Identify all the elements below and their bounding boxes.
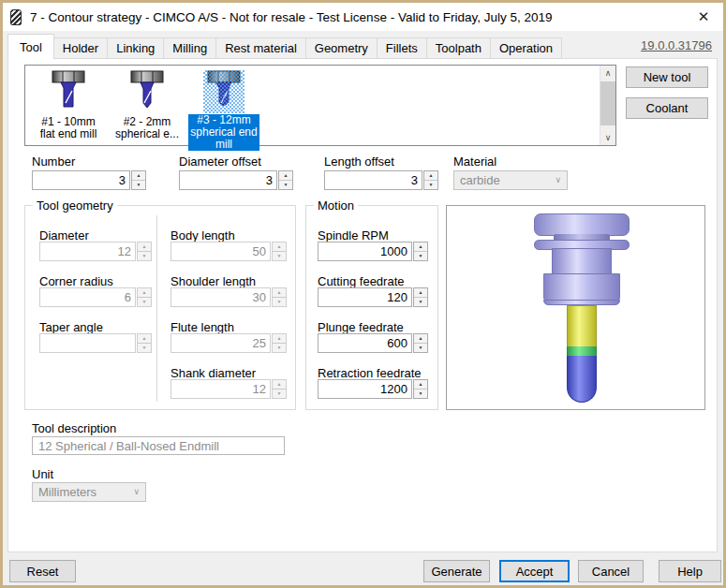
tool-list-items: #1 - 10mm flat end mill (25, 66, 600, 145)
spinner-up-icon: ▲ (273, 243, 286, 252)
spinner-down-icon: ▼ (138, 298, 151, 306)
scroll-down-icon[interactable]: ∨ (600, 130, 615, 145)
retraction-feedrate-field[interactable]: 1200 ▲▼ (318, 379, 428, 399)
diameter-offset-label: Diameter offset (179, 154, 261, 169)
tool-render-flute-band (567, 346, 597, 356)
spinner-up-icon: ▲ (279, 171, 292, 181)
version-link[interactable]: 19.0.0.31796 (641, 38, 712, 52)
shoulder-length-field: 30 ▲▼ (170, 287, 287, 307)
scroll-up-icon[interactable]: ∧ (600, 66, 615, 81)
end-mill-icon (126, 70, 168, 115)
tool-render-holder-cap (534, 213, 630, 236)
new-tool-button[interactable]: New tool (626, 66, 708, 88)
flute-length-field: 25 ▲▼ (170, 333, 287, 353)
body-length-field: 50 ▲▼ (170, 242, 287, 261)
unit-dropdown: Millimeters ∨ (32, 482, 146, 502)
tool-geometry-title: Tool geometry (33, 198, 117, 213)
tool-geometry-group: Tool geometry Diameter 12 ▲▼ Corner radi… (24, 205, 296, 410)
end-mill-icon (48, 70, 89, 115)
spinner-down-icon: ▼ (414, 252, 427, 260)
diameter-offset-spinner[interactable]: ▲ ▼ (278, 170, 293, 190)
tool-list-scrollbar[interactable]: ∧ ∨ (600, 66, 615, 145)
tab-tool[interactable]: Tool (7, 34, 54, 59)
chevron-down-icon: ∨ (555, 175, 561, 184)
spinner-down-icon: ▼ (138, 252, 151, 260)
scrollbar-thumb[interactable] (600, 81, 615, 125)
shank-diameter-label: Shank diameter (170, 366, 256, 380)
spinner-up-icon: ▲ (273, 288, 286, 298)
diameter-field: 12 ▲▼ (39, 242, 152, 261)
tab-toolpath[interactable]: Toolpath (426, 37, 491, 59)
body-length-label: Body length (170, 228, 235, 243)
coolant-button[interactable]: Coolant (626, 97, 708, 119)
spinner-down-icon: ▼ (414, 298, 427, 306)
length-offset-label: Length offset (324, 154, 394, 169)
tool-tab-panel: #1 - 10mm flat end mill (7, 58, 718, 552)
corner-radius-field: 6 ▲▼ (39, 287, 152, 307)
tab-operation[interactable]: Operation (490, 37, 562, 59)
spinner-down-icon: ▼ (414, 344, 427, 352)
spinner-down-icon: ▼ (273, 344, 286, 352)
contour-strategy-dialog: 7 - Contour strategy - CIMCO A/S - Not f… (0, 0, 726, 588)
tool-item-label-selected: #3 - 12mm spherical end mill (188, 114, 259, 151)
taper-angle-label: Taper angle (39, 320, 103, 334)
spinner-down-icon: ▼ (273, 298, 286, 306)
tool-description-field: 12 Spherical / Ball-Nosed Endmill (32, 436, 285, 455)
title-bar: 7 - Contour strategy - CIMCO A/S - Not f… (3, 3, 723, 31)
number-label: Number (32, 154, 75, 169)
diameter-label: Diameter (39, 228, 89, 243)
footer-bar: Reset Generate Accept Cancel Help (3, 552, 723, 585)
close-icon[interactable]: ✕ (693, 7, 714, 27)
spinner-down-icon: ▼ (138, 344, 151, 352)
spinner-up-icon: ▲ (273, 380, 286, 390)
shank-diameter-field: 12 ▲▼ (170, 379, 287, 399)
accept-button[interactable]: Accept (499, 560, 570, 582)
number-spinner[interactable]: ▲ ▼ (131, 170, 146, 190)
spinner-up-icon: ▲ (138, 288, 151, 298)
generate-button[interactable]: Generate (423, 560, 490, 582)
end-mill-icon (203, 70, 244, 113)
cancel-button[interactable]: Cancel (578, 560, 644, 582)
taper-angle-field: ▲▼ (39, 333, 152, 353)
end-mill-app-icon (10, 9, 22, 25)
motion-title: Motion (314, 198, 358, 213)
window-title: 7 - Contour strategy - CIMCO A/S - Not f… (30, 10, 552, 24)
tab-rest-material[interactable]: Rest material (215, 37, 306, 59)
spinner-up-icon: ▲ (138, 334, 151, 344)
tool-preview-pane (446, 205, 705, 410)
tool-render-shank (567, 305, 597, 346)
spinner-up-icon: ▲ (424, 171, 437, 181)
cutting-feedrate-label: Cutting feedrate (318, 274, 405, 288)
tool-list-item-2[interactable]: #2 - 2mm spherical e... (110, 70, 185, 145)
cutting-feedrate-field[interactable]: 120 ▲▼ (318, 287, 428, 307)
spinner-down-icon: ▼ (424, 181, 437, 189)
tab-holder[interactable]: Holder (53, 37, 108, 59)
tool-item-label: #2 - 2mm spherical e... (115, 116, 179, 140)
spinner-up-icon: ▲ (414, 380, 427, 390)
tool-render-collar (543, 273, 620, 301)
tab-fillets[interactable]: Fillets (377, 37, 427, 59)
number-field[interactable]: 3 ▲ ▼ (32, 170, 146, 190)
length-offset-field[interactable]: 3 ▲ ▼ (324, 170, 438, 190)
spinner-up-icon: ▲ (138, 243, 151, 252)
spinner-up-icon: ▲ (414, 243, 427, 252)
material-label: Material (453, 154, 496, 169)
plunge-feedrate-field[interactable]: 600 ▲▼ (318, 333, 428, 353)
tool-description-label: Tool description (32, 421, 116, 435)
diameter-offset-field[interactable]: 3 ▲ ▼ (179, 170, 293, 190)
tool-list-item-1[interactable]: #1 - 10mm flat end mill (31, 70, 106, 145)
tab-milling[interactable]: Milling (163, 37, 216, 59)
tab-geometry[interactable]: Geometry (305, 37, 378, 59)
shoulder-length-label: Shoulder length (170, 274, 256, 288)
reset-button[interactable]: Reset (9, 560, 76, 582)
spinner-down-icon: ▼ (279, 181, 292, 189)
tool-list-item-3-selected[interactable]: #3 - 12mm spherical end mill (188, 70, 259, 145)
tab-strip: Tool Holder Linking Milling Rest materia… (7, 34, 561, 59)
length-offset-spinner[interactable]: ▲ ▼ (423, 170, 438, 190)
spindle-rpm-field[interactable]: 1000 ▲▼ (318, 242, 428, 261)
group-divider (156, 215, 157, 402)
chevron-down-icon: ∨ (133, 487, 140, 496)
tab-linking[interactable]: Linking (107, 37, 164, 59)
help-button[interactable]: Help (659, 560, 721, 582)
spinner-up-icon: ▲ (273, 334, 286, 344)
